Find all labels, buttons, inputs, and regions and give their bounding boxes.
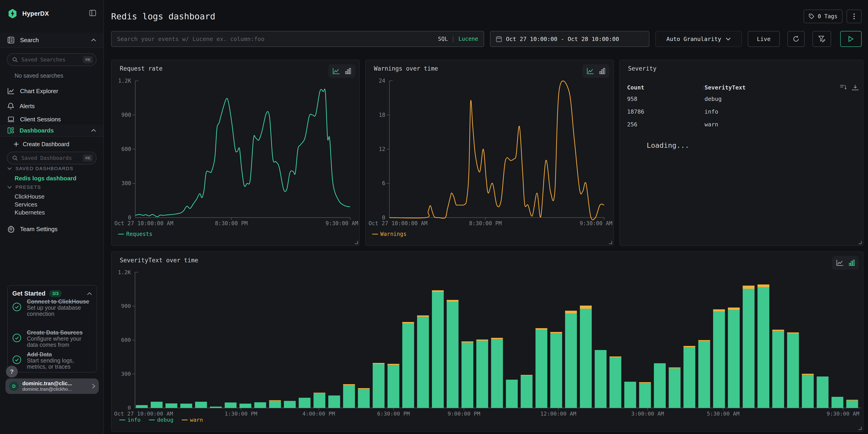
get-started-card: Get Started 3/3 Connect to ClickHouseSet… [7, 285, 97, 373]
create-dashboard-button[interactable]: Create Dashboard [0, 140, 103, 148]
help-button[interactable]: ? [6, 366, 18, 377]
granularity-select[interactable]: Auto Granularity [655, 31, 742, 47]
resize-handle[interactable] [859, 427, 862, 430]
tags-button[interactable]: 0 Tags [804, 9, 842, 23]
column-resize-handle[interactable]: ⋮ [701, 85, 705, 90]
sidebar-item-label: Dashboards [20, 127, 54, 134]
sidebar-item-preset-clickhouse[interactable]: ClickHouse [0, 193, 103, 200]
chart-type-toggle [328, 64, 355, 78]
run-query-button[interactable] [840, 31, 862, 47]
chevron-right-icon [92, 384, 95, 389]
chart-type-toggle [583, 64, 609, 78]
saved-dashboards-group[interactable]: SAVED DASHBOARDS [0, 166, 103, 171]
sidebar-item-redis-logs-dashboard[interactable]: Redis logs dashboard [0, 175, 103, 182]
sidebar-item-alerts[interactable]: Alerts [0, 100, 103, 112]
filter-button[interactable] [812, 31, 831, 47]
time-range-picker[interactable]: Oct 27 10:00:00 - Oct 28 10:00:00 [490, 31, 649, 47]
get-started-item[interactable]: Connect to ClickHouseSet up your databas… [12, 298, 93, 317]
resize-handle[interactable] [609, 241, 612, 244]
svg-text:8:30:00 PM: 8:30:00 PM [469, 220, 502, 226]
more-options-button[interactable] [846, 9, 862, 23]
live-button[interactable]: Live [748, 31, 780, 47]
chart-type-toggle [832, 256, 859, 270]
sidebar-item-client-sessions[interactable]: Client Sessions [0, 114, 103, 125]
sidebar-item-dashboards[interactable]: Dashboards [0, 125, 103, 136]
sort-rows-icon[interactable] [840, 85, 846, 90]
severity-table-row[interactable]: 958debug [627, 96, 859, 103]
dashboards-icon [7, 127, 14, 134]
collapse-sidebar-icon[interactable] [89, 9, 96, 18]
event-search-input[interactable]: Search your events w/ Lucene ex. column:… [111, 31, 484, 47]
get-started-item[interactable]: Create Data SourcesConfigure where your … [12, 329, 93, 348]
svg-text:900: 900 [121, 112, 131, 118]
group-label: SAVED DASHBOARDS [16, 166, 73, 171]
sidebar-item-chart-explorer[interactable]: Chart Explorer [0, 85, 103, 97]
get-started-item-title: Create Data Sources [27, 329, 93, 336]
saved-dashboards-input[interactable]: Saved Dashboards ⌘K [7, 152, 97, 164]
svg-text:8:30:00 PM: 8:30:00 PM [215, 220, 248, 226]
sidebar-item-preset-kubernetes[interactable]: Kubernetes [0, 209, 103, 216]
line-chart-icon[interactable] [587, 68, 594, 74]
resize-handle[interactable] [355, 241, 358, 244]
get-started-title: Get Started [12, 290, 45, 297]
svg-text:Oct 27 10:00:00 AM: Oct 27 10:00:00 AM [114, 410, 173, 417]
sidebar-item-label: Team Settings [20, 226, 58, 233]
severity-table-row[interactable]: 18786info [627, 108, 859, 116]
line-chart-icon[interactable] [836, 259, 843, 266]
chevron-down-icon [726, 37, 731, 40]
check-circle-icon [12, 333, 22, 348]
svg-text:Warnings: Warnings [380, 231, 406, 237]
sidebar-item-preset-services[interactable]: Services [0, 201, 103, 208]
create-dashboard-label: Create Dashboard [23, 141, 69, 148]
presets-group[interactable]: PRESETS [0, 184, 103, 190]
brand-name: HyperDX [22, 10, 49, 17]
svg-text:warn: warn [190, 417, 203, 423]
lucene-toggle[interactable]: Lucene [458, 36, 478, 42]
svg-text:6: 6 [382, 180, 385, 186]
shortcut-badge: ⌘K [83, 56, 93, 63]
tags-label: 0 Tags [818, 13, 837, 20]
sidebar-item-label: Client Sessions [20, 116, 61, 123]
group-label: PRESETS [16, 184, 41, 190]
saved-searches-input[interactable]: Saved Searches ⌘K [7, 53, 97, 66]
sql-toggle[interactable]: SQL [438, 36, 448, 42]
bar-chart-icon[interactable] [849, 259, 855, 266]
get-started-item[interactable]: Add DataStart sending logs, metrics, or … [12, 351, 93, 370]
refresh-icon [793, 35, 800, 42]
resize-handle[interactable] [859, 241, 862, 244]
dashboard-link-label: Redis logs dashboard [14, 175, 76, 182]
hyperdx-app: HyperDX Search Saved Searches ⌘K No save… [0, 0, 868, 434]
panel-severitytext-over-time: SeverityText over time 03006009001.2KOct… [111, 251, 863, 432]
avatar: D [9, 381, 19, 391]
user-email: dominic.tran@clickho... [22, 386, 92, 392]
sidebar-item-search[interactable]: Search [0, 33, 103, 48]
refresh-button[interactable] [787, 31, 805, 47]
chevron-up-icon[interactable] [87, 292, 92, 295]
download-icon[interactable] [852, 85, 859, 90]
svg-text:9:30:00 AM: 9:30:00 AM [580, 220, 613, 226]
bar-chart-icon[interactable] [345, 68, 351, 74]
sidebar-item-team-settings[interactable]: Team Settings [0, 223, 103, 235]
get-started-item-desc: Set up your database connection [27, 305, 93, 317]
svg-text:1:30:00 PM: 1:30:00 PM [225, 410, 257, 417]
get-started-item-desc: Configure where your data comes from [27, 336, 93, 348]
column-header-count[interactable]: Count [627, 84, 701, 91]
user-menu[interactable]: D dominic.tran@clic... dominic.tran@clic… [5, 378, 99, 394]
chevron-up-icon [91, 129, 96, 132]
search-placeholder: Search your events w/ Lucene ex. column:… [117, 36, 438, 42]
dots-vertical-icon [854, 13, 855, 19]
severity-table-row[interactable]: 256warn [627, 121, 859, 128]
column-header-severitytext[interactable]: SeverityText [705, 84, 840, 91]
search-icon [12, 155, 18, 161]
bell-icon [7, 102, 14, 110]
svg-text:Oct 27 10:00:00 AM: Oct 27 10:00:00 AM [115, 220, 174, 226]
sidebar-item-label: Search [20, 37, 39, 44]
search-icon [12, 57, 18, 62]
chevron-down-icon [7, 167, 12, 170]
line-chart-icon[interactable] [333, 68, 340, 74]
chevron-up-icon [91, 38, 96, 42]
granularity-value: Auto Granularity [666, 36, 721, 42]
bar-chart-icon[interactable] [599, 68, 605, 74]
svg-text:1.2K: 1.2K [118, 78, 131, 84]
logo-row: HyperDX [0, 7, 103, 20]
